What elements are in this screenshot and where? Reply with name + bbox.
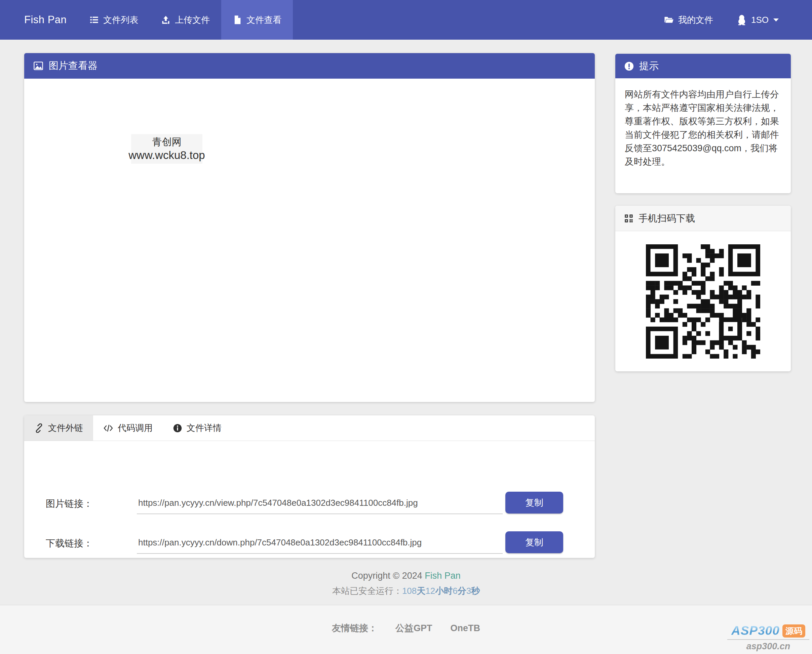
brand[interactable]: Fish Pan xyxy=(24,14,67,26)
uptime-minutes: 6 xyxy=(453,586,457,596)
uptime-hours: 12 xyxy=(425,586,435,596)
asp300-watermark: ASP300 源码 asp300.cn xyxy=(727,624,809,652)
tab-external-link[interactable]: 文件外链 xyxy=(24,416,93,441)
nav-item-label: 文件列表 xyxy=(103,14,138,26)
info-circle-icon xyxy=(173,423,182,433)
nav-item-label: 文件查看 xyxy=(246,14,281,26)
footer-copy: Copyright © 2024 Fish Pan 本站已安全运行：108天12… xyxy=(0,571,812,597)
watermark-domain: asp300.cn xyxy=(727,639,809,652)
nav-item-upload[interactable]: 上传文件 xyxy=(150,0,221,40)
panel-title: 提示 xyxy=(639,60,659,73)
copy-image-link-button[interactable]: 复制 xyxy=(505,492,563,513)
nav-item-label: 上传文件 xyxy=(175,14,210,26)
image-link-input[interactable] xyxy=(137,492,503,514)
tab-label: 代码调用 xyxy=(118,422,153,434)
user-menu[interactable]: 1SO xyxy=(735,0,781,40)
external-link-panel: 图片链接： 复制 下载链接： 复制 xyxy=(24,441,595,558)
file-icon xyxy=(232,15,242,24)
tip-text: 网站所有文件内容均由用户自行上传分享，本站严格遵守国家相关法律法规，尊重著作权、… xyxy=(615,78,791,168)
nav-item-file-view[interactable]: 文件查看 xyxy=(221,0,293,40)
uptime-label: 本站已安全运行： xyxy=(332,586,402,596)
tip-card: 提示 网站所有文件内容均由用户自行上传分享，本站严格遵守国家相关法律法规，尊重著… xyxy=(615,54,791,193)
file-links-card: 文件外链 代码调用 文件详情 图片链接： 复制 下载链接： 复制 xyxy=(24,416,595,558)
uptime-seconds: 3 xyxy=(466,586,471,596)
image-viewer-card: 图片查看器 青创网 www.wcku8.top xyxy=(24,53,595,402)
panel-title: 图片查看器 xyxy=(49,59,98,73)
navbar: Fish Pan 文件列表 上传文件 文件查看 xyxy=(0,0,812,40)
tab-label: 文件详情 xyxy=(187,422,222,434)
uptime-days: 108 xyxy=(402,586,417,596)
qr-header: 手机扫码下载 xyxy=(615,206,791,231)
image-link-label: 图片链接： xyxy=(46,497,93,510)
caret-down-icon xyxy=(773,18,779,22)
qr-code xyxy=(646,244,760,359)
tab-bar: 文件外链 代码调用 文件详情 xyxy=(24,416,595,441)
navbar-right: 我的文件 1SO xyxy=(662,0,812,40)
download-link-label: 下载链接： xyxy=(46,537,93,550)
preview-image-url: www.wcku8.top xyxy=(128,148,205,162)
qr-body xyxy=(615,231,791,371)
upload-icon xyxy=(161,15,170,24)
copyright-line: Copyright © 2024 Fish Pan xyxy=(0,571,812,581)
folder-open-icon xyxy=(664,15,674,25)
main-nav: 文件列表 上传文件 文件查看 xyxy=(78,0,293,40)
uptime-seconds-unit: 秒 xyxy=(471,586,480,596)
watermark-logo: ASP300 xyxy=(731,624,780,638)
link-icon xyxy=(34,423,44,433)
tip-header: 提示 xyxy=(615,54,791,78)
image-viewer-body: 青创网 www.wcku8.top xyxy=(24,79,595,402)
nav-item-file-list[interactable]: 文件列表 xyxy=(78,0,150,40)
preview-image-text: 青创网 xyxy=(152,136,182,148)
uptime-minutes-unit: 分 xyxy=(457,586,466,596)
uptime-days-unit: 天 xyxy=(417,586,425,596)
page: Fish Pan 文件列表 上传文件 文件查看 xyxy=(0,0,812,654)
footer-brand-link[interactable]: Fish Pan xyxy=(425,571,461,581)
qr-card: 手机扫码下载 xyxy=(615,206,791,371)
user-name: 1SO xyxy=(751,15,769,25)
panel-title: 手机扫码下载 xyxy=(639,212,695,225)
qrcode-icon xyxy=(624,214,633,223)
alert-circle-icon xyxy=(624,61,634,71)
watermark-logo-row: ASP300 源码 xyxy=(727,624,809,638)
image-viewer-header: 图片查看器 xyxy=(24,53,595,79)
preview-image: 青创网 www.wcku8.top xyxy=(131,134,202,164)
friend-link-onetb[interactable]: OneTB xyxy=(451,623,480,634)
footer-bar: 友情链接： 公益GPT OneTB xyxy=(0,605,812,654)
watermark-badge: 源码 xyxy=(782,624,805,637)
tab-file-details[interactable]: 文件详情 xyxy=(163,416,232,441)
list-icon xyxy=(89,15,99,24)
tab-label: 文件外链 xyxy=(48,422,83,434)
nav-item-label: 我的文件 xyxy=(678,14,713,26)
tab-code-embed[interactable]: 代码调用 xyxy=(93,416,163,441)
nav-item-my-files[interactable]: 我的文件 xyxy=(662,0,715,40)
copyright-text: Copyright © 2024 xyxy=(351,571,422,581)
image-icon xyxy=(33,61,44,71)
friend-links-label: 友情链接： xyxy=(332,622,377,634)
download-link-input[interactable] xyxy=(137,532,503,554)
copy-download-link-button[interactable]: 复制 xyxy=(505,531,563,553)
friend-link-gpt[interactable]: 公益GPT xyxy=(395,622,433,634)
qq-icon xyxy=(737,14,747,25)
friend-links: 友情链接： 公益GPT OneTB xyxy=(0,605,812,634)
uptime-hours-unit: 小时 xyxy=(435,586,453,596)
code-icon xyxy=(103,424,113,432)
uptime-line: 本站已安全运行：108天12小时6分3秒 xyxy=(0,585,812,597)
